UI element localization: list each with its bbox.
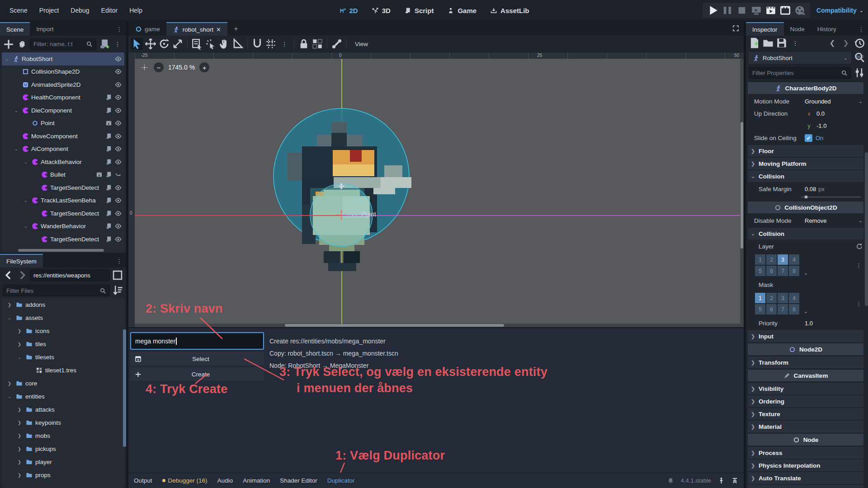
path-box[interactable]: res://entities/weapons <box>30 269 110 281</box>
tree-expander[interactable]: ❯ <box>16 407 23 412</box>
bit-2[interactable]: 2 <box>766 254 777 265</box>
group-moving-platform[interactable]: ❯Moving Platform <box>748 158 863 169</box>
mask-menu-icon[interactable]: ⋮ <box>856 300 862 307</box>
filesystem-item-player[interactable]: ❯player <box>2 455 124 469</box>
inspector-dock-menu-icon[interactable]: ⋮ <box>858 26 868 36</box>
tree-expander[interactable]: ❯ <box>6 381 13 386</box>
script-icon[interactable] <box>105 145 112 153</box>
tree-expander[interactable]: ⌄ <box>23 224 29 229</box>
file-filter-input[interactable] <box>6 287 96 294</box>
bit-8[interactable]: 8 <box>789 266 799 276</box>
scene-tree-item-animatedsprite2d[interactable]: AnimatedSprite2D <box>2 78 124 91</box>
bit-7[interactable]: 7 <box>778 266 788 276</box>
layer-menu-icon[interactable]: ⋮ <box>856 262 862 269</box>
sort-files-icon[interactable] <box>112 285 123 296</box>
collision-mask-grid[interactable]: 12345678 ⌄ ⋮ <box>748 291 863 317</box>
filesystem-item-tilesets[interactable]: ⌄tilesets <box>2 351 124 364</box>
tree-expander[interactable]: ⌄ <box>23 160 29 164</box>
workspace-2d[interactable]: 2D <box>334 5 363 17</box>
bit-8[interactable]: 8 <box>789 304 799 314</box>
renderer-selector[interactable]: Compatibility⌄ <box>816 7 863 14</box>
bit-2[interactable]: 2 <box>766 293 777 303</box>
zoom-percentage[interactable]: 1745.0 % <box>168 64 195 71</box>
script-icon[interactable] <box>105 171 112 178</box>
scene-tree-item-point[interactable]: Point <box>2 117 124 130</box>
expand-bottom-panel-icon[interactable] <box>731 477 738 484</box>
group-texture[interactable]: ❯Texture <box>748 408 863 420</box>
ruler-tool-button[interactable] <box>232 38 244 50</box>
scene-tree-item-healthcomponent[interactable]: HealthComponent <box>2 91 124 104</box>
scene-tree-item-attackbehavior[interactable]: ⌄AttackBehavior <box>2 155 124 169</box>
group-auto-translate[interactable]: ❯Auto Translate <box>748 472 863 484</box>
checkbox-checked-icon[interactable]: ✔ <box>805 134 812 142</box>
filesystem-item-core[interactable]: ❯core <box>2 377 124 390</box>
scene-tree-item-collisionshape2d[interactable]: CollisionShape2D <box>2 66 124 79</box>
prop-priority[interactable]: Priority 1.0 <box>748 317 863 329</box>
filesystem-item-mobs[interactable]: ❯mobs <box>2 429 124 442</box>
visibility-eye-icon[interactable] <box>114 145 122 153</box>
visibility-eye-icon[interactable] <box>114 120 122 127</box>
group-floor[interactable]: ❯Floor <box>748 145 863 157</box>
view-menu-button[interactable]: View <box>350 38 373 50</box>
play-custom-scene-button[interactable] <box>779 5 791 16</box>
play-button[interactable] <box>707 5 719 16</box>
bit-4[interactable]: 4 <box>789 293 799 303</box>
revert-icon[interactable] <box>855 243 863 250</box>
filesystem-item-tileset1.tres[interactable]: tileset1.tres <box>2 364 124 377</box>
tree-expander[interactable]: ❯ <box>16 446 23 451</box>
history-forward-icon[interactable]: ❯ <box>840 37 852 49</box>
group-transform[interactable]: ❯Transform <box>748 357 863 368</box>
scene-tree-item-tracklastseenbeha[interactable]: ⌄TrackLastSeenBeha <box>2 194 124 207</box>
group-collision[interactable]: ⌄Collision <box>748 170 863 182</box>
select-list-tool-button[interactable] <box>191 38 203 50</box>
movie-icon[interactable] <box>95 171 103 178</box>
snap-options-menu-icon[interactable]: ⋮ <box>278 38 290 50</box>
canvas-hscrollbar[interactable] <box>135 324 744 327</box>
collision-layer-grid[interactable]: 12345678 ⌄ ⋮ <box>748 253 863 279</box>
add-node-button[interactable] <box>3 38 14 50</box>
script-icon[interactable] <box>105 223 112 230</box>
scene-tree-item-aicomponent[interactable]: ⌄AiComponent <box>2 143 124 156</box>
scene-tree-item-robotshort[interactable]: ⌄RobotShort <box>2 52 124 66</box>
new-scene-tab-button[interactable]: + <box>227 22 245 36</box>
prop-up-direction-y[interactable]: y-1.0 <box>748 120 863 132</box>
bottom-panel-audio[interactable]: Audio <box>217 477 233 484</box>
open-docs-icon[interactable]: DOC <box>854 52 865 64</box>
bit-5[interactable]: 5 <box>755 304 765 314</box>
tree-expander[interactable]: ⌄ <box>13 108 19 113</box>
resource-menu-icon[interactable]: ⋮ <box>789 37 801 49</box>
bit-6[interactable]: 6 <box>766 304 777 314</box>
visibility-eye-icon[interactable] <box>114 210 122 217</box>
skeleton-options-button[interactable] <box>331 38 343 50</box>
bottom-panel-shader-editor[interactable]: Shader Editor <box>280 477 317 484</box>
visibility-eye-icon[interactable] <box>114 68 122 75</box>
tree-expander[interactable]: ⌄ <box>16 355 23 360</box>
chevron-down-icon[interactable]: ⌄ <box>804 270 808 276</box>
group-process[interactable]: ❯Process <box>748 447 863 459</box>
tab-inspector[interactable]: Inspector <box>746 22 784 36</box>
group-physics-interpolation[interactable]: ❯Physics Interpolation <box>748 460 863 471</box>
play-scene-button[interactable] <box>765 5 777 16</box>
scale-tool-button[interactable] <box>172 38 184 50</box>
attach-script-button[interactable] <box>98 38 110 50</box>
tree-expander[interactable]: ⌄ <box>23 198 29 203</box>
bottom-panel-debugger-16-[interactable]: Debugger (16) <box>162 477 208 484</box>
tree-expander[interactable]: ❯ <box>16 473 23 478</box>
tab-node[interactable]: Node <box>784 22 811 36</box>
group-editor-description[interactable]: ❯Editor Description <box>748 485 863 488</box>
tree-expander[interactable]: ⌄ <box>6 315 13 320</box>
bit-1[interactable]: 1 <box>755 254 765 265</box>
tree-expander[interactable]: ❯ <box>16 420 23 425</box>
nav-forward-icon[interactable] <box>16 269 28 281</box>
smart-snap-icon[interactable] <box>251 38 263 50</box>
bit-5[interactable]: 5 <box>755 266 765 276</box>
tab-game-scene[interactable]: game <box>128 22 166 36</box>
property-tools-icon[interactable] <box>854 67 865 79</box>
property-filter-input[interactable] <box>752 70 838 76</box>
pan-tool-button[interactable] <box>218 38 230 50</box>
tree-expander[interactable]: ⌄ <box>4 56 10 61</box>
script-icon[interactable] <box>105 107 112 114</box>
scene-tree-hscrollbar[interactable] <box>18 249 104 252</box>
scene-tree-item-bullet[interactable]: Bullet <box>2 169 124 182</box>
canvas-2d[interactable]: Point − 1745.0 % + <box>135 59 744 327</box>
